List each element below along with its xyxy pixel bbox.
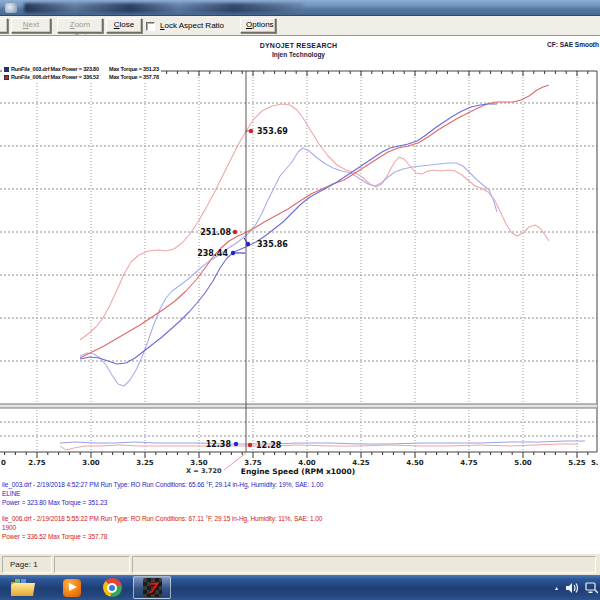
x-tick-label: 2.75 (28, 459, 45, 467)
dyno-chart[interactable]: 353.69251.08335.86238.4412.3812.282.753.… (0, 36, 600, 481)
x-tick-label: 5.25 (568, 459, 585, 467)
network-icon[interactable] (585, 582, 598, 594)
x-tick-label: 4.25 (352, 459, 369, 467)
callout-value: 12.38 (206, 440, 232, 449)
callout-dot (246, 242, 250, 246)
winpep-icon: 7 (143, 578, 162, 597)
explorer-taskbar-button[interactable] (8, 577, 38, 598)
volume-icon[interactable] (565, 582, 578, 594)
page-indicator: Page: 1 (10, 560, 38, 569)
legend-swatch-blue (4, 67, 9, 72)
chrome-taskbar-button[interactable] (97, 577, 127, 598)
zoom-out-button[interactable]: Zoom Out (57, 18, 103, 33)
chart-divider (0, 404, 597, 408)
x-tick-label: 4.00 (298, 459, 315, 467)
x-tick-label-partial: 0 (1, 459, 6, 467)
x-tick-label: 4.50 (406, 459, 423, 467)
curve-runfile-006-torque-red (80, 104, 549, 340)
curve-runfile-003-afr-blue (60, 441, 585, 444)
callout-value: 335.86 (257, 240, 288, 249)
curve-runfile-006-afr-red (60, 444, 578, 450)
run-info-line: Power = 336.52 Max Torque = 357.78 (2, 532, 598, 541)
x-tick-label-partial: 5. (591, 459, 599, 467)
callout-dot (234, 442, 238, 446)
run-info: ile_003.drf - 2/19/2018 4:52:27 PM Run T… (2, 480, 598, 541)
run-info-line: 1900 (2, 523, 598, 532)
x-axis-title: Engine Speed (RPM x1000) (241, 467, 355, 476)
prev-button-partial[interactable] (0, 18, 8, 33)
run-info-line: ile_006.drf - 2/19/2018 5:55:22 PM Run T… (2, 514, 598, 523)
x-tick-label: 3.75 (244, 459, 261, 467)
legend-swatch-red (4, 75, 9, 80)
legend-label: RunFile_003.drf Max Power = 323.80 (11, 66, 109, 72)
legend-torque: Max Torque = 357.78 (109, 74, 159, 80)
legend-label: RunFile_006.drf Max Power = 336.52 (11, 74, 109, 80)
window-title-redacted (24, 3, 304, 13)
cursor-x-readout: X = 3.720 (186, 467, 222, 475)
chrome-icon (103, 578, 122, 597)
callout-dot (248, 443, 252, 447)
callout-value: 251.08 (200, 228, 231, 237)
curve-runfile-006-power-red (80, 85, 549, 358)
status-cell (54, 556, 130, 573)
callout-value: 353.69 (257, 127, 288, 136)
media-player-taskbar-button[interactable] (57, 577, 87, 598)
lock-aspect-ratio-checkbox[interactable] (146, 22, 155, 31)
callout-value: 12.28 (256, 441, 282, 450)
lock-aspect-ratio-label[interactable]: Lock Aspect Ratio (160, 21, 224, 30)
folder-icon (9, 578, 37, 598)
run-info-line: ELINE (2, 489, 598, 498)
curve-runfile-003-power-blue (80, 104, 497, 364)
x-tick-label: 4.75 (460, 459, 477, 467)
curve-runfile-003-torque-blue (80, 148, 497, 386)
system-tray: ▴ (555, 575, 598, 600)
options-button[interactable]: Options (240, 18, 276, 33)
next-button[interactable]: Next (11, 18, 51, 33)
legend-row: RunFile_006.drf Max Power = 336.52 Max T… (4, 73, 159, 81)
x-tick-label: 3.25 (136, 459, 153, 467)
status-cell (132, 556, 596, 573)
legend-row: RunFile_003.drf Max Power = 323.80 Max T… (4, 65, 159, 73)
media-player-icon (63, 579, 81, 597)
legend-torque: Max Torque = 351.23 (109, 66, 159, 72)
close-button[interactable]: Close (106, 18, 142, 33)
callout-value: 238.44 (197, 249, 228, 258)
x-tick-label: 3.50 (190, 459, 207, 467)
callout-dot (249, 129, 253, 133)
taskbar: 7 ▴ (0, 575, 600, 600)
x-tick-label: 5.00 (514, 459, 531, 467)
callout-dot (231, 251, 235, 255)
toolbar: Next Zoom Out Close Lock Aspect Ratio Op… (0, 16, 600, 36)
callout-dot (233, 230, 237, 234)
run-info-line: Power = 323.80 Max Torque = 351.23 (2, 498, 598, 507)
winpep-taskbar-button-active[interactable]: 7 (133, 576, 171, 599)
x-tick-label: 3.00 (82, 459, 99, 467)
chart-page: DYNOJET RESEARCH Injen Technology CF: SA… (0, 36, 600, 553)
window-titlebar[interactable] (0, 0, 600, 16)
status-bar: Page: 1 (0, 553, 600, 575)
chart-legend: RunFile_003.drf Max Power = 323.80 Max T… (2, 64, 161, 82)
run-info-line: ile_003.drf - 2/19/2018 4:52:27 PM Run T… (2, 480, 598, 489)
tray-expand-icon[interactable]: ▴ (555, 584, 558, 591)
app-icon (5, 3, 17, 13)
